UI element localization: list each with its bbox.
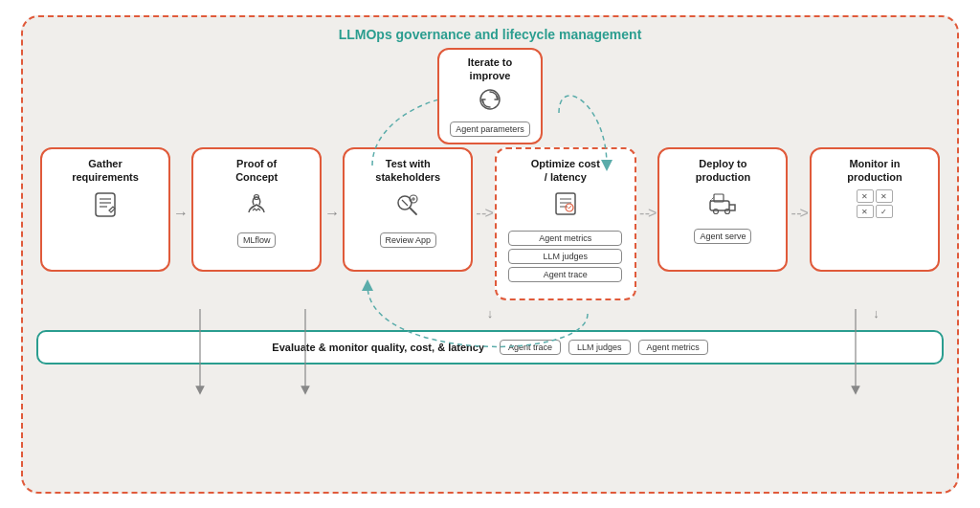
stage-test: Test withstakeholders Review App (343, 147, 473, 272)
gather-title: Gatherrequirements (72, 157, 139, 185)
opt-tag-trace: Agent trace (508, 267, 622, 282)
monitor-icon: ✕ ✕ ✕ ✓ (857, 189, 893, 222)
grid-cell-3: ✕ (857, 205, 874, 218)
grid-cell-2: ✕ (876, 189, 893, 203)
eval-tag-trace: Agent trace (500, 340, 561, 355)
arrow-4: - -> (639, 147, 655, 222)
eval-tag-metrics: Agent metrics (638, 340, 708, 355)
test-title: Test withstakeholders (375, 157, 440, 185)
test-tag-reviewapp: Review App (380, 232, 437, 248)
poc-title: Proof ofConcept (235, 157, 278, 185)
grid-cell-1: ✕ (857, 189, 874, 203)
gather-icon (90, 189, 121, 226)
iterate-tag: Agent parameters (450, 121, 530, 137)
iterate-title: Iterate to improve (449, 55, 531, 83)
diagram-title: LLMOps governance and lifecycle manageme… (36, 27, 944, 42)
poc-tag-mlflow: MLflow (237, 232, 277, 248)
optimize-title: Optimize cost/ latency (531, 157, 600, 185)
stage-poc: Proof ofConcept MLflow (191, 147, 322, 272)
svg-rect-1 (96, 193, 115, 216)
down-arrow-optimize: ↓ (442, 306, 539, 320)
stage-optimize: Optimize cost/ latency Agent metrics LLM… (495, 147, 636, 300)
optimize-icon (551, 189, 580, 224)
deploy-tag-serve: Agent serve (694, 229, 751, 244)
svg-rect-12 (556, 193, 575, 214)
opt-tag-judges: LLM judges (508, 249, 622, 264)
evaluate-bar: Evaluate & monitor quality, cost, & late… (36, 330, 944, 364)
monitor-title: Monitor inproduction (847, 157, 902, 185)
opt-tag-metrics: Agent metrics (508, 231, 622, 246)
iterate-wrapper: Iterate to improve Agent parameters (437, 48, 543, 145)
iterate-box: Iterate to improve Agent parameters (437, 48, 543, 145)
eval-tag-judges: LLM judges (568, 340, 631, 355)
poc-icon (241, 189, 272, 226)
svg-line-8 (402, 200, 408, 206)
grid-cell-4: ✓ (876, 205, 893, 218)
deploy-icon (707, 189, 738, 222)
arrow-1: → (173, 147, 189, 222)
iterate-icon (477, 86, 503, 118)
stage-gather: Gatherrequirements (40, 147, 170, 272)
down-arrow-poc (152, 306, 249, 320)
arrow-5: - -> (791, 147, 806, 222)
test-icon (392, 189, 423, 226)
stage-deploy: Deploy toproduction Agent serve (657, 147, 788, 272)
deploy-title: Deploy toproduction (696, 157, 750, 185)
arrow-2: → (324, 147, 340, 222)
evaluate-title: Evaluate & monitor quality, cost, & late… (272, 342, 484, 353)
down-arrows-row: ↓ ↓ (36, 306, 944, 320)
stage-monitor: Monitor inproduction ✕ ✕ ✕ ✓ (810, 147, 940, 272)
svg-line-7 (410, 208, 416, 214)
outer-container: LLMOps governance and lifecycle manageme… (21, 15, 959, 494)
arrow-3: - -> (476, 147, 491, 222)
down-arrow-monitor: ↓ (828, 306, 924, 320)
down-arrow-test (249, 306, 345, 320)
